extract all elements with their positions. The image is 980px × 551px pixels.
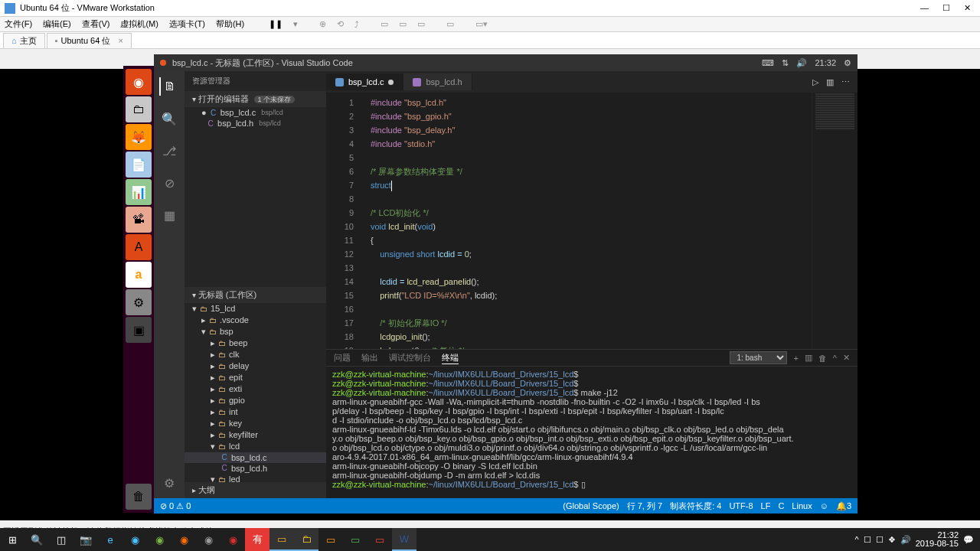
maximize-panel-icon[interactable]: ^: [833, 354, 837, 363]
keyboard-icon[interactable]: ⌨: [762, 58, 774, 68]
toolbar-icon[interactable]: ⊕: [319, 19, 326, 29]
explorer-icon[interactable]: 🗎: [159, 77, 178, 96]
menu-vm[interactable]: 虚拟机(M): [120, 18, 158, 30]
tray-volume-icon[interactable]: 🔊: [900, 535, 911, 545]
tree-file[interactable]: Cbsp_lcd.h: [185, 463, 326, 474]
panel-tab-debug[interactable]: 调试控制台: [389, 352, 431, 364]
pause-icon[interactable]: ❚❚: [269, 19, 283, 29]
close-button[interactable]: ✕: [964, 3, 971, 13]
taskbar-word[interactable]: W: [392, 528, 416, 551]
trash-terminal-icon[interactable]: 🗑: [818, 354, 827, 363]
status-feedback-icon[interactable]: ☺: [820, 501, 828, 510]
impress-icon[interactable]: 📽: [126, 207, 152, 233]
tree-folder[interactable]: ▸ 🗀epit: [185, 372, 326, 383]
tree-file-selected[interactable]: Cbsp_lcd.c: [185, 452, 326, 463]
terminal-icon[interactable]: ▣: [126, 317, 152, 343]
menu-help[interactable]: 帮助(H): [216, 18, 244, 30]
toolbar-icon[interactable]: ▭: [381, 19, 388, 29]
terminal-body[interactable]: zzk@zzk-virtual-machine:~/linux/IMX6ULL/…: [326, 367, 858, 498]
menu-tabs[interactable]: 选项卡(T): [169, 18, 205, 30]
tray-icon[interactable]: ☐: [876, 535, 884, 545]
tree-folder[interactable]: ▸ 🗀key: [185, 418, 326, 429]
tree-folder[interactable]: ▸ 🗀beep: [185, 337, 326, 349]
window-close-dot[interactable]: [160, 60, 166, 66]
tree-folder[interactable]: ▸ 🗀exti: [185, 383, 326, 395]
amazon-icon[interactable]: a: [126, 262, 152, 288]
open-editor-item[interactable]: ● Cbsp_lcd.cbsp/lcd: [185, 107, 326, 118]
toolbar-icon[interactable]: ▭: [399, 19, 407, 29]
taskbar-app[interactable]: ◉: [122, 528, 147, 551]
toolbar-icon[interactable]: ▭: [446, 19, 454, 29]
tree-folder[interactable]: ▾ 🗀bsp: [185, 326, 326, 337]
panel-tab-output[interactable]: 输出: [361, 352, 378, 364]
vmware-tab-vm[interactable]: ▪Ubuntu 64 位×: [47, 33, 132, 48]
taskbar-app[interactable]: ◉: [220, 528, 245, 551]
tree-folder[interactable]: ▾ 🗀led: [185, 474, 326, 483]
tray-chevron-icon[interactable]: ^: [855, 535, 859, 544]
vmware-tab-home[interactable]: ⌂主页: [3, 33, 45, 48]
taskbar-app[interactable]: 📷: [74, 528, 98, 551]
maximize-button[interactable]: ☐: [942, 3, 950, 13]
start-button[interactable]: ⊞: [0, 528, 24, 551]
split-icon[interactable]: ▥: [826, 77, 834, 87]
more-icon[interactable]: ⋯: [841, 77, 850, 87]
search-icon[interactable]: 🔍: [24, 528, 49, 551]
status-scope[interactable]: (Global Scope): [563, 501, 619, 510]
new-terminal-icon[interactable]: +: [793, 354, 798, 363]
dash-icon[interactable]: ◉: [126, 69, 152, 95]
code-editor[interactable]: 123456789101112131415161718192021 #inclu…: [326, 93, 858, 349]
taskbar-app[interactable]: ◉: [147, 528, 172, 551]
tray-notification-icon[interactable]: 💬: [963, 535, 974, 545]
tree-folder[interactable]: ▸ 🗀int: [185, 406, 326, 418]
minimize-button[interactable]: —: [920, 3, 929, 13]
status-position[interactable]: 行 7, 列 7: [627, 500, 662, 512]
outline-section[interactable]: ▸ 大纲: [185, 482, 326, 498]
status-spaces[interactable]: 制表符长度: 4: [670, 500, 721, 512]
settings-gear-icon[interactable]: ⚙: [160, 474, 178, 492]
status-bell-icon[interactable]: 🔔3: [836, 501, 851, 511]
files-icon[interactable]: 🗀: [126, 96, 152, 122]
settings-icon[interactable]: ⚙: [126, 289, 152, 315]
tree-folder[interactable]: ▸ 🗀gpio: [185, 395, 326, 406]
toolbar-icon[interactable]: ▭▾: [475, 19, 488, 29]
toolbar-icon[interactable]: ▭: [417, 19, 425, 29]
taskbar-app[interactable]: ▭: [318, 528, 343, 551]
open-editor-item[interactable]: Cbsp_lcd.hbsp/lcd: [185, 118, 326, 129]
taskbar-app[interactable]: ◉: [196, 528, 220, 551]
toolbar-icon[interactable]: ⤴: [354, 20, 359, 29]
code-content[interactable]: #include "bsp_lcd.h"#include "bsp_gpio.h…: [363, 93, 812, 349]
scm-icon[interactable]: ⎇: [160, 142, 178, 160]
panel-tab-problems[interactable]: 问题: [334, 352, 351, 364]
toolbar-icon[interactable]: ▾: [293, 19, 298, 29]
editor-tab-active[interactable]: bsp_lcd.c: [326, 73, 403, 90]
terminal-select[interactable]: 1: bash: [730, 351, 787, 364]
extensions-icon[interactable]: ▦: [160, 206, 178, 224]
taskbar-edge[interactable]: e: [98, 528, 122, 551]
network-icon[interactable]: ⇅: [782, 58, 789, 68]
taskbar-explorer[interactable]: 🗀: [294, 528, 318, 551]
tray-icon[interactable]: ❖: [888, 535, 896, 545]
writer-icon[interactable]: 📄: [126, 152, 152, 178]
status-branch[interactable]: ⊘ 0 ⚠ 0: [160, 501, 191, 511]
tree-folder[interactable]: ▾ 🗀lcd: [185, 441, 326, 452]
volume-icon[interactable]: 🔊: [796, 58, 807, 68]
run-icon[interactable]: ▷: [812, 77, 818, 87]
tree-folder[interactable]: ▸ 🗀.vscode: [185, 315, 326, 326]
firefox-icon[interactable]: 🦊: [126, 124, 152, 150]
workspace-section[interactable]: ▾ 无标题 (工作区): [185, 287, 326, 303]
status-eol[interactable]: LF: [761, 501, 771, 510]
task-view-icon[interactable]: ◫: [49, 528, 74, 551]
search-icon[interactable]: 🔍: [160, 109, 178, 128]
toolbar-icon[interactable]: ⟲: [337, 19, 344, 29]
taskbar-app[interactable]: 有: [245, 528, 270, 551]
menu-view[interactable]: 查看(V): [82, 18, 110, 30]
trash-icon[interactable]: 🗑: [126, 484, 152, 510]
taskbar-vmware[interactable]: ▭: [270, 528, 294, 551]
panel-tab-terminal[interactable]: 终端: [442, 352, 459, 364]
tree-folder[interactable]: ▸ 🗀keyfilter: [185, 429, 326, 441]
taskbar-app[interactable]: ▭: [343, 528, 368, 551]
tree-folder[interactable]: ▾ 🗀15_lcd: [185, 303, 326, 315]
taskbar-app[interactable]: ◉: [172, 528, 196, 551]
close-tab-icon[interactable]: ×: [118, 36, 122, 45]
calc-icon[interactable]: 📊: [126, 179, 152, 205]
